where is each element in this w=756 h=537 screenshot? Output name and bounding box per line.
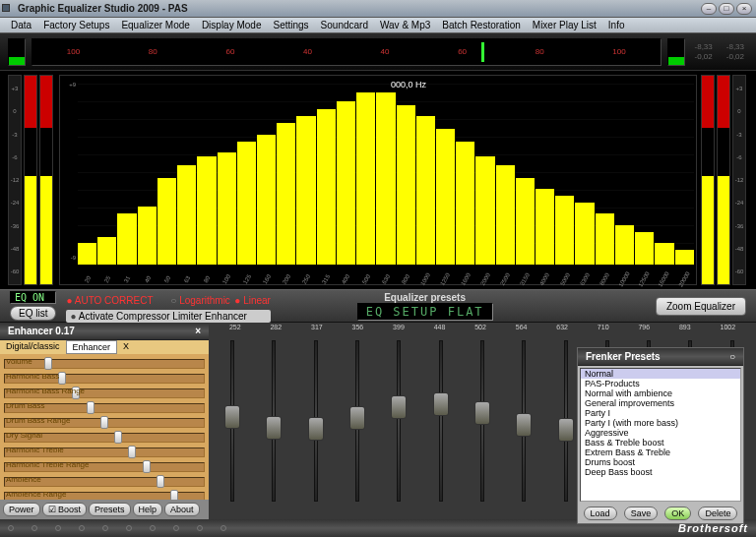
preset-item[interactable]: Normal with ambience xyxy=(581,388,740,398)
activate-enhancer-checkbox[interactable]: Activate Compressor Limiter Enhancer xyxy=(66,310,271,323)
preset-item[interactable]: Bass & Treble boost xyxy=(581,438,740,448)
power-button[interactable]: Power xyxy=(3,503,40,516)
eq-bar[interactable] xyxy=(197,156,216,265)
eq-bar[interactable] xyxy=(655,243,673,265)
enhancer-slider-harmonic-bass-range[interactable]: Harmonic Bass Range xyxy=(4,387,205,398)
eq-bar[interactable] xyxy=(218,152,236,265)
preset-item[interactable]: Extrem Bass & Treble xyxy=(581,448,740,457)
eq-bar[interactable] xyxy=(615,225,634,265)
menu-settings[interactable]: Settings xyxy=(268,20,313,30)
eq-bar[interactable] xyxy=(456,142,474,265)
band-slider[interactable] xyxy=(432,340,450,502)
presets-list[interactable]: NormalPAS-ProductsNormal with ambienceGe… xyxy=(580,368,741,502)
eq-list-button[interactable]: EQ list xyxy=(10,306,56,321)
band-slider[interactable] xyxy=(390,340,408,502)
eq-bar[interactable] xyxy=(555,196,574,265)
eq-bar[interactable] xyxy=(277,123,295,265)
preset-item[interactable]: Normal xyxy=(581,369,740,379)
band-slider[interactable] xyxy=(515,340,533,502)
band-slider[interactable] xyxy=(473,340,491,502)
tab-close[interactable]: X xyxy=(117,340,135,354)
enhancer-slider-ambience[interactable]: Ambience xyxy=(4,475,205,487)
tab-enhancer[interactable]: Enhancer xyxy=(66,340,118,354)
enhancer-panel: Enhancer 0.17 × Digital/classic Enhancer… xyxy=(0,323,209,519)
menu-equalizer-mode[interactable]: Equalizer Mode xyxy=(116,20,194,30)
eq-bar[interactable] xyxy=(97,237,116,265)
eq-bar[interactable] xyxy=(78,243,96,265)
enhancer-slider-dry-signal[interactable]: Dry Signal xyxy=(4,431,205,443)
linear-radio[interactable]: Linear xyxy=(234,295,271,306)
enhancer-slider-harmonic-treble[interactable]: Harmonic Treble xyxy=(4,446,205,457)
enhancer-slider-harmonic-treble-range[interactable]: Harmonic Treble Range xyxy=(4,460,205,472)
presets-header[interactable]: Frenker Presets ○ xyxy=(578,348,743,366)
close-button[interactable]: × xyxy=(736,3,752,15)
eq-bar[interactable] xyxy=(416,116,435,265)
menu-display-mode[interactable]: Display Mode xyxy=(197,20,267,30)
delete-button[interactable]: Delete xyxy=(698,507,737,520)
eq-bar[interactable] xyxy=(496,165,515,265)
preset-item[interactable]: Drums boost xyxy=(581,457,740,467)
preset-lcd-value[interactable]: EQ SETUP FLAT xyxy=(357,303,493,321)
close-icon[interactable]: × xyxy=(195,326,201,336)
enhancer-slider-harmonic-bass[interactable]: Harmonic Bass xyxy=(4,372,205,384)
menu-factory-setups[interactable]: Factory Setups xyxy=(38,20,114,30)
menu-info[interactable]: Info xyxy=(603,20,630,30)
menu-data[interactable]: Data xyxy=(6,20,36,30)
save-button[interactable]: Save xyxy=(624,507,659,520)
enhancer-slider-ambience-range[interactable]: Ambience Range xyxy=(4,490,205,500)
eq-bar[interactable] xyxy=(117,213,136,265)
menu-soundcard[interactable]: Soundcard xyxy=(316,20,373,30)
preset-item[interactable]: Aggressive xyxy=(581,428,740,438)
band-slider[interactable] xyxy=(223,340,241,502)
preset-item[interactable]: Party I xyxy=(581,408,740,418)
close-icon[interactable]: ○ xyxy=(729,351,735,362)
eq-bar[interactable] xyxy=(397,105,415,265)
help-button[interactable]: Help xyxy=(133,503,163,516)
eq-bar[interactable] xyxy=(516,178,535,265)
eq-bar[interactable] xyxy=(635,232,654,265)
logarithmic-radio[interactable]: Logarithmic xyxy=(170,295,230,306)
enhancer-slider-drum-bass-range[interactable]: Drum Bass Range xyxy=(4,416,205,428)
preset-item[interactable]: Deep Bass boost xyxy=(581,467,740,477)
eq-bar[interactable] xyxy=(138,207,157,265)
spectrum-strip: 100806040406080100 -8,33-0,02 -8,33-0,02 xyxy=(0,33,756,71)
eq-bar[interactable] xyxy=(475,156,494,265)
menu-mixer-play-list[interactable]: Mixer Play List xyxy=(528,20,601,30)
eq-bar[interactable] xyxy=(158,178,176,265)
minimize-button[interactable]: – xyxy=(701,3,717,15)
enhancer-slider-volume[interactable]: Volume xyxy=(4,357,205,369)
eq-bar[interactable] xyxy=(575,203,594,265)
eq-bar[interactable] xyxy=(436,129,455,265)
eq-bar[interactable] xyxy=(675,250,694,265)
eq-bar[interactable] xyxy=(177,165,196,265)
auto-correct-radio[interactable]: AUTO CORRECT xyxy=(66,295,153,306)
boost-button[interactable]: ☑ Boost xyxy=(42,503,88,516)
about-button[interactable]: About xyxy=(164,503,200,516)
eq-bar[interactable] xyxy=(337,101,355,265)
preset-item[interactable]: PAS-Products xyxy=(581,379,740,388)
eq-graph[interactable]: +9-9 000,0 Hz 20253140506380100125160200… xyxy=(59,75,697,285)
eq-bar[interactable] xyxy=(356,92,375,265)
band-slider[interactable] xyxy=(265,340,283,502)
menu-batch-restoration[interactable]: Batch Restoration xyxy=(437,20,526,30)
tab-digitalclassic[interactable]: Digital/classic xyxy=(0,340,66,354)
presets-button[interactable]: Presets xyxy=(89,503,131,516)
eq-bar[interactable] xyxy=(536,189,554,265)
band-slider[interactable] xyxy=(348,340,366,502)
eq-bar[interactable] xyxy=(296,116,315,265)
eq-bar[interactable] xyxy=(257,135,276,265)
eq-bar[interactable] xyxy=(237,142,256,265)
preset-item[interactable]: General improvements xyxy=(581,398,740,408)
eq-bar[interactable] xyxy=(317,109,336,265)
zoom-equalizer-button[interactable]: Zoom Equalizer xyxy=(656,297,746,316)
ok-button[interactable]: OK xyxy=(664,507,691,520)
load-button[interactable]: Load xyxy=(584,507,617,520)
band-slider[interactable] xyxy=(557,340,575,502)
eq-bar[interactable] xyxy=(376,92,395,265)
enhancer-slider-drum-bass[interactable]: Drum Bass xyxy=(4,401,205,413)
maximize-button[interactable]: □ xyxy=(719,3,734,15)
preset-item[interactable]: Party I (with more bass) xyxy=(581,418,740,428)
eq-bar[interactable] xyxy=(596,213,614,265)
menu-wav-mp-[interactable]: Wav & Mp3 xyxy=(375,20,435,30)
band-slider[interactable] xyxy=(307,340,325,502)
